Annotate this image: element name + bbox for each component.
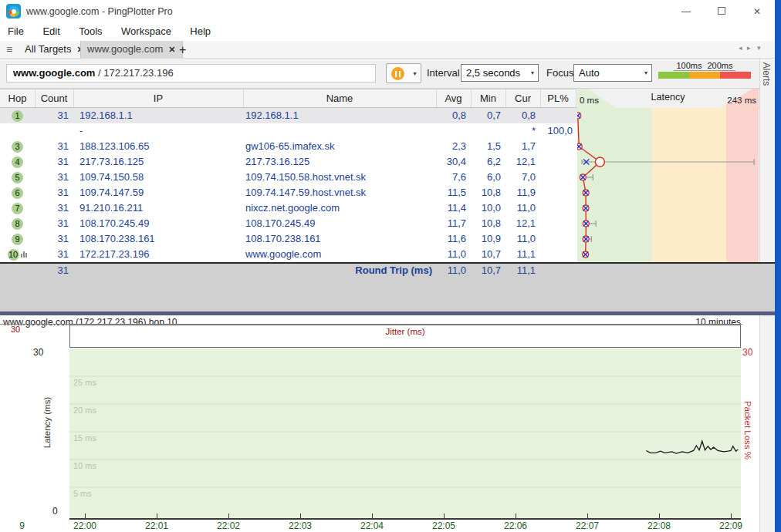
menu-bar: File Edit Tools Workspace Help [0,23,775,41]
column-header-count[interactable]: Count [35,93,73,104]
tab-scroll-left-icon[interactable]: ◂ [739,44,742,52]
focus-select[interactable]: Auto ▾ [573,64,652,82]
pl-cell [540,139,573,154]
tab-close-icon[interactable]: ✕ [168,45,175,54]
maximize-button[interactable] [704,0,739,23]
menu-file[interactable]: File [0,23,32,39]
hop-cell: 9 [0,231,35,247]
avg-cell: 11,5 [436,185,466,200]
table-row[interactable]: 1031172.217.23.196www.google.com11,010,7… [0,247,577,262]
tab-scroll-right-icon[interactable]: ▸ [747,44,751,52]
x-axis-tick-label: 22:09 [714,520,748,531]
column-header-pl[interactable]: PL% [540,93,576,104]
legend-100ms-label: 100ms [674,61,705,71]
table-row[interactable]: 831108.170.245.49108.170.245.4911,710,81… [0,216,577,231]
table-row[interactable]: -*100,0 [0,123,577,139]
legend-red-swatch [720,72,751,79]
tab-list-dropdown-icon[interactable]: ▾ [757,44,761,52]
menu-edit[interactable]: Edit [35,23,67,39]
column-header-min[interactable]: Min [471,93,505,104]
name-cell: 108.170.238.161 [245,231,434,247]
y-axis-min-label: 0 [52,506,58,517]
x-axis-tick [587,513,588,518]
min-cell [471,123,501,139]
interval-select[interactable]: 2,5 seconds ▾ [461,64,539,82]
round-trip-count: 31 [35,264,69,277]
column-header-avg[interactable]: Avg [436,93,471,104]
jitter-plot[interactable]: Jitter (ms) [69,325,741,348]
pl-cell [540,247,573,262]
avg-cell [436,123,466,139]
cur-cell: 11,1 [505,247,536,262]
table-row[interactable]: 631109.74.147.59109.74.147.59.host.vnet.… [0,185,577,200]
tab-www-google-com[interactable]: www.google.com✕ [80,41,183,58]
pl-cell [540,216,573,231]
hop-badge: 6 [12,187,23,199]
hop-cell: 10 [0,247,35,262]
name-cell: gw106-65.imafex.sk [245,139,434,154]
min-cell: 6,0 [471,170,501,185]
x-axis-tick [444,513,445,518]
targets-menu-icon[interactable]: ≡ [6,43,12,56]
name-cell: nixcz.net.google.com [245,200,434,216]
gridline-label: 20 ms [73,406,96,415]
x-axis-tick [300,513,301,518]
pause-dropdown-button[interactable]: ▾ [409,63,421,83]
title-bar: www.google.com - PingPlotter Pro — ✕ [0,0,775,23]
column-header-ip[interactable]: IP [73,93,243,104]
ip-cell: 109.74.150.58 [79,170,242,185]
menu-tools[interactable]: Tools [71,23,110,39]
window-title: www.google.com - PingPlotter Pro [26,0,173,23]
table-row[interactable]: 931108.170.238.161108.170.238.16111,610,… [0,231,577,247]
min-cell: 6,2 [471,154,501,170]
column-header-hop[interactable]: Hop [0,93,35,104]
x-axis-tick [372,513,373,518]
avg-cell: 11,7 [436,216,466,231]
avg-cell: 2,3 [436,139,466,154]
table-row[interactable]: 131192.168.1.1192.168.1.10,80,70,8 [0,108,577,123]
hop-latency-chart[interactable] [577,108,759,262]
new-tab-button[interactable]: + [179,42,186,59]
hop-badge: 5 [12,172,23,184]
menu-help[interactable]: Help [182,23,218,39]
menu-workspace[interactable]: Workspace [113,23,179,39]
x-axis-tick [659,513,660,518]
min-cell: 10,7 [471,247,501,262]
column-header-cur[interactable]: Cur [505,93,540,104]
focused-hop-chart-icon [21,247,28,262]
cur-cell: 11,0 [505,200,536,216]
hop-badge: 1 [12,110,23,122]
minimize-button[interactable]: — [668,0,704,23]
interval-label: Interval [427,67,460,79]
count-cell: 31 [35,154,69,170]
focus-value: Auto [579,67,600,79]
latency-time-chart[interactable]: 25 ms20 ms15 ms10 ms5 ms [69,348,741,518]
x-axis-tick-label: 22:04 [355,520,389,531]
alerts-tab[interactable]: Alerts [761,62,772,86]
pause-button[interactable] [386,63,410,83]
x-axis-tick [228,513,229,518]
hop-cell: 1 [0,108,35,123]
pl-cell: 100,0 [540,123,573,139]
pl-cell [540,154,573,170]
name-cell: 108.170.245.49 [245,216,434,231]
column-divider [540,89,541,107]
column-header-name[interactable]: Name [243,93,436,104]
hop-cell: 8 [0,216,35,231]
table-row[interactable]: 531109.74.150.58109.74.150.58.host.vnet.… [0,170,577,185]
pl-cell [540,108,573,123]
gridline-label: 10 ms [73,461,96,470]
table-row[interactable]: 431217.73.16.125217.73.16.12530,46,212,1 [0,154,577,170]
table-row[interactable]: 73191.210.16.211nixcz.net.google.com11,4… [0,200,577,216]
table-row[interactable]: 331188.123.106.65gw106-65.imafex.sk2,31,… [0,139,577,154]
name-cell: 217.73.16.125 [245,154,434,170]
avg-cell: 11,4 [436,200,466,216]
cur-cell: 11,9 [505,185,536,200]
target-input[interactable]: www.google.com / 172.217.23.196 [6,64,376,82]
close-button[interactable]: ✕ [739,0,775,23]
name-cell: www.google.com [245,247,434,262]
tab-all-targets[interactable]: All Targets✕ [19,41,90,58]
min-cell: 10,8 [471,216,501,231]
cur-cell: 11,0 [505,231,536,247]
tab-label: www.google.com [87,43,163,55]
